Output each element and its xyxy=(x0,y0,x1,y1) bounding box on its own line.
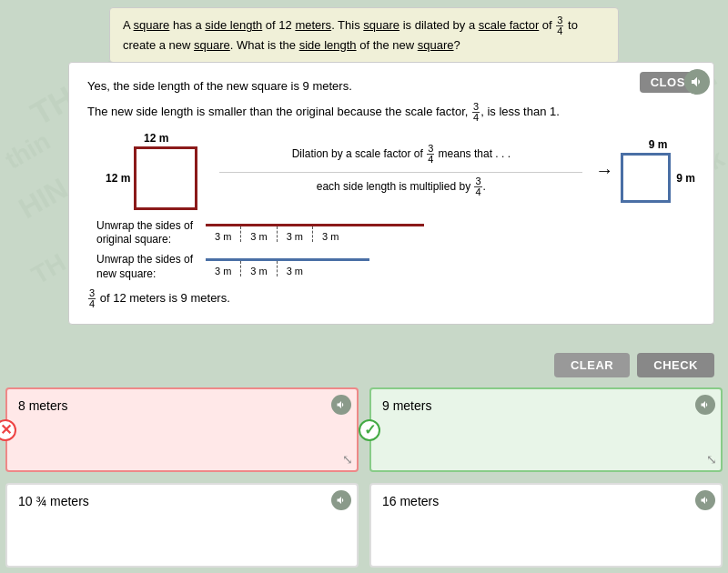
check-button[interactable]: CHECK xyxy=(637,353,714,377)
orig-seg-1: 3 m xyxy=(206,226,241,242)
card-speaker-3[interactable] xyxy=(331,490,351,510)
orig-bar: 3 m 3 m 3 m 3 m xyxy=(206,224,424,242)
q-square2: square xyxy=(363,18,399,32)
exp-fraction: 3 4 xyxy=(472,102,480,123)
explanation-line2: The new side length is smaller than the … xyxy=(87,102,695,123)
card-speaker-1[interactable] xyxy=(331,395,351,415)
card-speaker-4[interactable] xyxy=(695,490,715,510)
new-side-label: 9 m xyxy=(676,172,695,185)
unwrap-section: Unwrap the sides of original square: 3 m… xyxy=(96,219,695,281)
dilation-frac: 3 4 xyxy=(427,144,434,165)
new-top-label: 9 m xyxy=(621,138,695,151)
dilation-frac2: 3 4 xyxy=(474,176,481,197)
conclusion-frac: 3 4 xyxy=(88,288,96,309)
answer-card-1[interactable]: ✕ 8 meters ⤡ xyxy=(5,387,359,472)
q-fraction: 3 4 xyxy=(556,15,563,36)
resize-handle-1: ⤡ xyxy=(342,452,353,467)
orig-square-container: 12 m 12 m xyxy=(106,132,207,210)
answer-card-3[interactable]: 10 ¾ meters xyxy=(5,483,359,568)
dilation-text: Dilation by a scale factor of 3 4 means … xyxy=(214,144,588,197)
q-meters1: meters xyxy=(295,18,331,32)
q-square3: square xyxy=(194,38,230,52)
conclusion: 3 4 of 12 meters is 9 meters. xyxy=(87,288,695,309)
new-seg-1: 3 m xyxy=(206,261,241,276)
answer-area: ✕ 8 meters ⤡ ✓ 9 meters ⤡ 10 ¾ meters 16… xyxy=(0,382,728,573)
answer-text-3: 10 ¾ meters xyxy=(18,494,89,508)
orig-side-label: 12 m xyxy=(106,172,130,185)
new-seg-3: 3 m xyxy=(278,261,312,276)
q-sidelength2: side length xyxy=(299,38,357,52)
explanation-line1: Yes, the side length of the new square i… xyxy=(87,77,695,96)
unwrap-new-row: Unwrap the sides of new square: 3 m 3 m … xyxy=(96,253,695,281)
arrow-right: → xyxy=(595,160,613,181)
new-square xyxy=(621,153,671,203)
new-bar: 3 m 3 m 3 m xyxy=(206,258,369,276)
bottom-toolbar: CLEAR CHECK xyxy=(554,353,714,377)
top-speaker-button[interactable] xyxy=(684,69,710,95)
resize-handle-2: ⤡ xyxy=(706,452,717,467)
orig-top-label: 12 m xyxy=(106,132,207,145)
question-bar: A square has a side length of 12 meters.… xyxy=(109,7,619,63)
new-seg-2: 3 m xyxy=(241,261,277,276)
answer-card-2[interactable]: ✓ 9 meters ⤡ xyxy=(369,387,723,472)
q-square1: square xyxy=(134,18,170,32)
wrong-icon: ✕ xyxy=(0,419,16,441)
orig-seg-2: 3 m xyxy=(241,226,277,242)
card-speaker-2[interactable] xyxy=(695,395,715,415)
unwrap-new-label: Unwrap the sides of new square: xyxy=(96,253,206,281)
diagram-area: 12 m 12 m Dilation by a scale factor of … xyxy=(106,132,695,210)
orig-seg-4: 3 m xyxy=(313,226,348,242)
q-sidelength1: side length xyxy=(205,18,262,32)
answer-text-4: 16 meters xyxy=(382,494,439,508)
answer-text-1: 8 meters xyxy=(18,398,67,413)
unwrap-orig-row: Unwrap the sides of original square: 3 m… xyxy=(96,219,695,247)
explanation-panel: CLOSE Yes, the side length of the new sq… xyxy=(68,62,714,325)
correct-icon: ✓ xyxy=(359,419,380,441)
orig-seg-3: 3 m xyxy=(278,226,313,242)
clear-button[interactable]: CLEAR xyxy=(554,353,630,377)
orig-square xyxy=(134,146,197,210)
q-square4: square xyxy=(418,38,454,52)
new-square-container: 9 m 9 m xyxy=(621,138,695,203)
answer-text-2: 9 meters xyxy=(382,398,431,413)
q-scalefactor: scale factor xyxy=(479,18,539,32)
unwrap-orig-label: Unwrap the sides of original square: xyxy=(96,219,206,247)
answer-card-4[interactable]: 16 meters xyxy=(369,483,723,568)
